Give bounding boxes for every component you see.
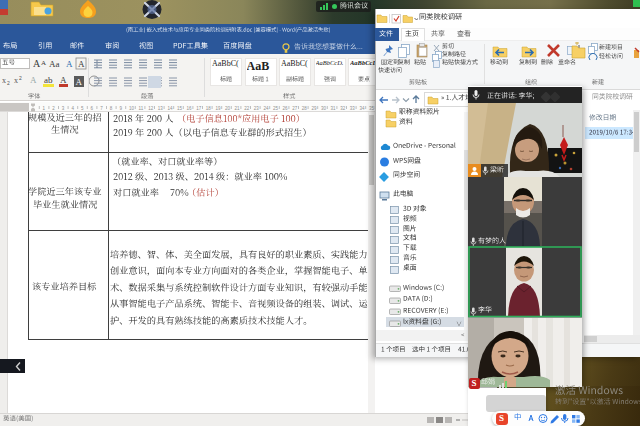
svg-text:x: x [14, 76, 18, 85]
svg-text:25: 25 [273, 105, 279, 110]
svg-text:15: 15 [177, 105, 183, 110]
svg-text:5: 5 [81, 105, 84, 110]
svg-text:A: A [78, 59, 85, 69]
svg-text:10: 10 [129, 105, 135, 110]
svg-text:7: 7 [100, 105, 103, 110]
svg-text:20: 20 [225, 105, 231, 110]
svg-text:4: 4 [71, 105, 74, 110]
svg-text:A: A [60, 75, 67, 85]
svg-text:32: 32 [340, 105, 346, 110]
svg-text:16: 16 [187, 105, 193, 110]
svg-text:34: 34 [359, 105, 365, 110]
svg-text:30: 30 [321, 105, 327, 110]
svg-text:8: 8 [110, 105, 113, 110]
svg-text:31: 31 [331, 105, 337, 110]
svg-text:2: 2 [7, 80, 10, 86]
svg-text:2: 2 [52, 105, 55, 110]
svg-text:18: 18 [206, 105, 212, 110]
svg-text:28: 28 [302, 105, 308, 110]
svg-text:33: 33 [350, 105, 356, 110]
svg-text:14: 14 [167, 105, 173, 110]
svg-text:A: A [30, 75, 37, 85]
svg-text:ab: ab [44, 75, 53, 85]
svg-text:3: 3 [62, 105, 65, 110]
svg-text:24: 24 [263, 105, 269, 110]
svg-text:22: 22 [244, 105, 250, 110]
svg-text:11: 11 [139, 105, 144, 110]
svg-text:9: 9 [119, 105, 122, 110]
svg-text:A: A [76, 77, 83, 87]
svg-text:29: 29 [311, 105, 317, 110]
svg-text:23: 23 [254, 105, 260, 110]
svg-text:x: x [2, 76, 6, 85]
svg-text:1: 1 [43, 105, 46, 110]
svg-text:A: A [41, 59, 46, 67]
svg-text:Aa: Aa [49, 59, 60, 69]
svg-text:A: A [33, 58, 41, 69]
svg-text:6: 6 [91, 105, 94, 110]
svg-text:17: 17 [196, 105, 202, 110]
svg-text:21: 21 [235, 105, 241, 110]
svg-text:35: 35 [369, 105, 375, 110]
svg-text:26: 26 [283, 105, 289, 110]
svg-text:2: 2 [19, 75, 22, 81]
svg-text:A: A [66, 59, 73, 69]
svg-text:13: 13 [158, 105, 164, 110]
svg-text:27: 27 [292, 105, 298, 110]
svg-text:12: 12 [148, 105, 154, 110]
svg-text:19: 19 [215, 105, 221, 110]
